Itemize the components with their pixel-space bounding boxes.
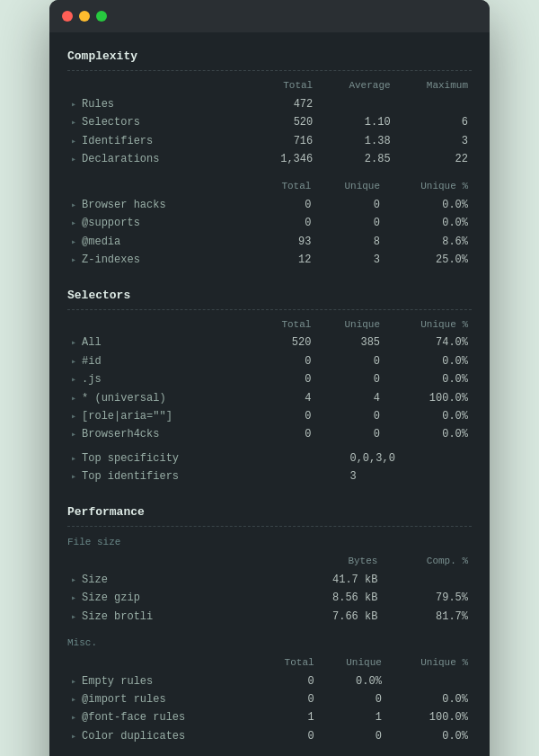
col-header-total: Total [253, 76, 316, 95]
row-unique: 0 [314, 352, 384, 370]
table-row: Size 41.7 kB [67, 571, 472, 589]
row-pct: 25.0% [384, 251, 472, 269]
col-header-label [67, 76, 253, 95]
col-header-maximum: Maximum [394, 76, 472, 95]
row-label: * (universal) [67, 389, 255, 407]
row-max: 6 [394, 113, 472, 131]
col-header-label [67, 552, 284, 571]
row-label: Declarations [67, 150, 253, 168]
col-header-label [67, 177, 255, 196]
row-label: .js [67, 370, 255, 388]
specificity-value: 0,0,3,0 [346, 449, 472, 467]
table-row: Empty rules 0 0.0% [67, 672, 472, 690]
row-unique: 0 [314, 196, 384, 214]
row-label: Browserh4cks [67, 425, 255, 443]
row-pct: 0.0% [384, 425, 472, 443]
row-total: 4 [255, 389, 314, 407]
row-label: [role|aria=""] [67, 407, 255, 425]
row-total: 0 [260, 672, 318, 690]
row-label: Size gzip [67, 589, 284, 607]
row-total: 472 [253, 95, 316, 113]
row-unique: 3 [314, 251, 384, 269]
row-pct [385, 672, 472, 690]
row-total: 12 [255, 251, 314, 269]
selectors-table: Total Unique Unique % All 520 385 74.0% … [67, 316, 472, 444]
row-total: 1,346 [253, 150, 316, 168]
table-row: Color duplicates 0 0 0.0% [67, 727, 472, 745]
row-unique: 0 [318, 690, 385, 708]
row-comp: 79.5% [381, 589, 472, 607]
col-header-label [67, 654, 260, 672]
table-row: #id 0 0 0.0% [67, 352, 472, 370]
row-label: #id [67, 352, 255, 370]
col-header-unique-pct: Unique % [384, 177, 472, 196]
row-pct: 0.0% [385, 690, 472, 708]
row-unique: 8 [314, 233, 384, 251]
row-label: Top specificity [67, 449, 346, 467]
row-total: 0 [255, 352, 314, 370]
row-total: 0 [255, 214, 314, 232]
row-total: 0 [260, 690, 318, 708]
row-label: Size [67, 571, 284, 589]
row-total: 520 [253, 113, 316, 131]
filesize-table: Bytes Comp. % Size 41.7 kB Size gzip 8.5… [67, 552, 472, 626]
misc-label: Misc. [67, 635, 472, 652]
row-pct: 100.0% [385, 708, 472, 726]
table-row: Size gzip 8.56 kB 79.5% [67, 589, 472, 607]
row-label: Z-indexes [67, 251, 255, 269]
row-label: @import rules [67, 690, 260, 708]
maximize-button[interactable] [96, 11, 107, 22]
row-pct: 0.0% [384, 407, 472, 425]
row-unique: 385 [314, 334, 384, 351]
table-row: @supports 0 0 0.0% [67, 214, 472, 232]
performance-section-title: Performance [67, 503, 472, 522]
identifiers-value: 3 [346, 467, 472, 485]
complexity-section-title: Complexity [67, 47, 472, 67]
row-total: 0 [255, 370, 314, 388]
complexity-table-1: Total Average Maximum Rules 472 Selector… [67, 76, 472, 168]
row-label: Color duplicates [67, 727, 260, 745]
table-row: Rules 472 [67, 95, 472, 113]
row-pct: 74.0% [384, 334, 472, 351]
row-total: 520 [255, 334, 314, 351]
table-row: Size brotli 7.66 kB 81.7% [67, 608, 472, 626]
row-total: 0 [255, 407, 314, 425]
table-row: @import rules 0 0 0.0% [67, 690, 472, 708]
row-unique: 0 [314, 425, 384, 443]
row-label: @media [67, 233, 255, 251]
row-pct: 0.0% [385, 727, 472, 745]
row-label: All [67, 334, 255, 351]
row-label: Empty rules [67, 672, 260, 690]
row-label: Size brotli [67, 608, 284, 626]
row-avg: 1.38 [316, 132, 393, 150]
row-unique: 0 [314, 370, 384, 388]
col-header-unique: Unique [314, 177, 384, 196]
selectors-section-title: Selectors [67, 286, 472, 306]
table-row: Identifiers 716 1.38 3 [67, 132, 472, 150]
app-window: Complexity Total Average Maximum Rules 4… [49, 0, 490, 756]
filesize-label: File size [67, 534, 472, 551]
col-header-unique: Unique [314, 316, 384, 334]
col-header-unique-pct: Unique % [385, 654, 472, 672]
table-row: Top identifiers 3 [67, 467, 472, 485]
row-unique: 4 [314, 389, 384, 407]
row-label: Rules [67, 95, 253, 113]
close-button[interactable] [62, 11, 73, 22]
row-label: Selectors [67, 113, 253, 131]
specificity-table: Top specificity 0,0,3,0 Top identifiers … [67, 449, 472, 486]
row-avg [316, 95, 393, 113]
row-avg: 1.10 [316, 113, 393, 131]
main-content: Complexity Total Average Maximum Rules 4… [49, 32, 490, 756]
row-label: Browser hacks [67, 196, 255, 214]
col-header-unique: Unique [318, 654, 385, 672]
table-row: Browser hacks 0 0 0.0% [67, 196, 472, 214]
table-row: Selectors 520 1.10 6 [67, 113, 472, 131]
row-max: 3 [394, 132, 472, 150]
row-unique: 0 [318, 727, 385, 745]
row-bytes: 41.7 kB [284, 571, 381, 589]
row-label: @font-face rules [67, 708, 260, 726]
row-avg: 2.85 [316, 150, 393, 168]
row-unique: 0 [314, 407, 384, 425]
row-pct: 8.6% [384, 233, 472, 251]
minimize-button[interactable] [79, 11, 90, 22]
